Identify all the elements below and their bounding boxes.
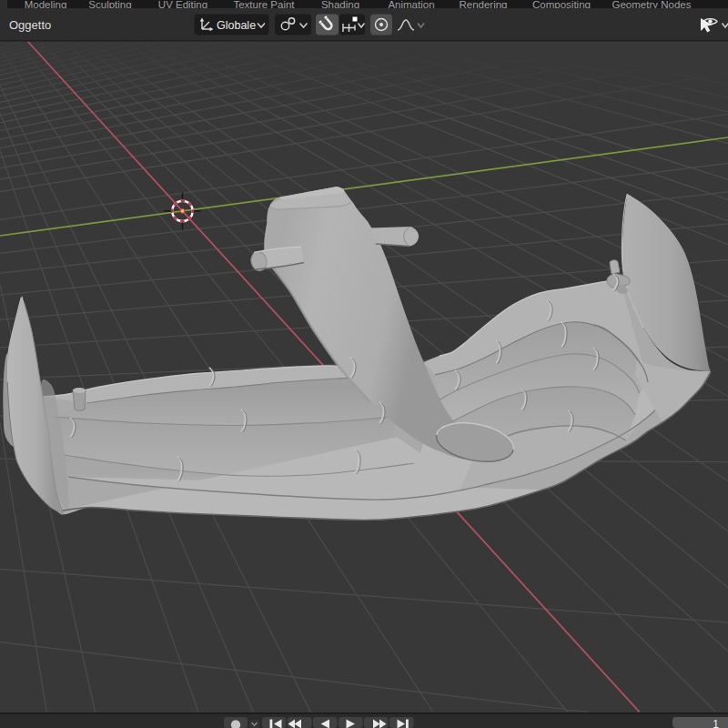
svg-text:Globale: Globale bbox=[217, 19, 256, 32]
svg-text:1: 1 bbox=[713, 718, 719, 728]
svg-text:Oggetto: Oggetto bbox=[9, 18, 51, 32]
